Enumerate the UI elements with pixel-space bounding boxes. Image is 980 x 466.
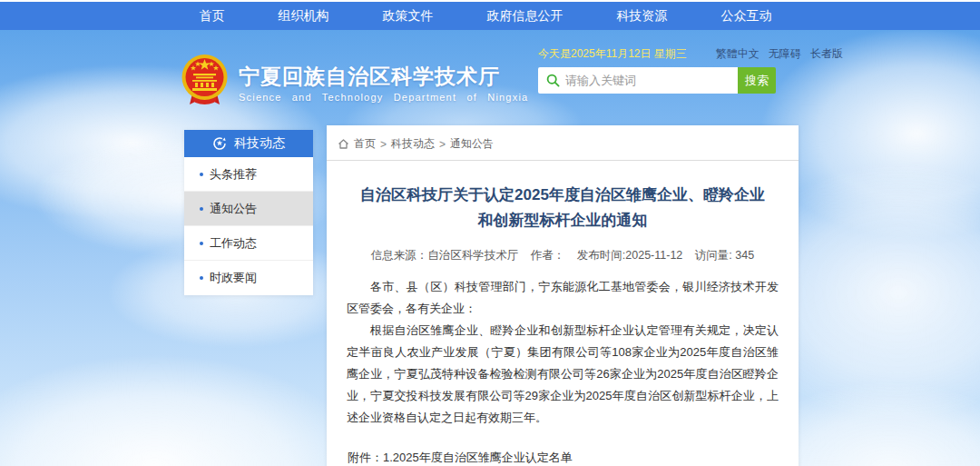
bullet-dot-icon: [200, 276, 203, 280]
national-emblem-logo: [181, 54, 229, 108]
article-body: 各市、县（区）科技管理部门，宁东能源化工基地管委会，银川经济技术开发区管委会，各…: [327, 263, 799, 429]
meta-source: 信息来源：自治区科学技术厅: [371, 249, 519, 262]
sidebar-item-political-news[interactable]: 时政要闻: [184, 261, 313, 295]
breadcrumb-separator: >: [380, 138, 387, 151]
breadcrumb-notices[interactable]: 通知公告: [450, 136, 494, 152]
article-panel: 首页 > 科技动态 > 通知公告 自治区科技厅关于认定2025年度自治区雏鹰企业…: [327, 125, 799, 466]
cloud-decoration: [0, 356, 363, 466]
meta-views: 访问量: 345: [695, 249, 754, 262]
search-box: [538, 67, 738, 94]
nav-item-gov-info-disclosure[interactable]: 政府信息公开: [487, 8, 564, 25]
meta-publish-time: 发布时间:2025-11-12: [577, 249, 683, 262]
meta-author: 作者：: [531, 249, 565, 262]
sidebar-item-headlines[interactable]: 头条推荐: [184, 157, 313, 192]
site-subtitle: Science and Technology Department of Nin…: [239, 92, 528, 103]
article-title-line2: 和创新型标杆企业的通知: [343, 208, 782, 233]
sidebar-item-label: 时政要闻: [210, 270, 257, 286]
nav-item-tech-resources[interactable]: 科技资源: [617, 8, 668, 25]
nav-item-organization[interactable]: 组织机构: [279, 8, 329, 25]
article-title: 自治区科技厅关于认定2025年度自治区雏鹰企业、瞪羚企业 和创新型标杆企业的通知: [343, 183, 782, 233]
sidebar-item-work-dynamics[interactable]: 工作动态: [184, 226, 313, 261]
link-accessibility[interactable]: 无障碍: [769, 46, 801, 62]
attachment-eagle-list-link[interactable]: 1.2025年度自治区雏鹰企业认定名单: [383, 447, 608, 466]
article-meta: 信息来源：自治区科学技术厅 作者： 发布时间:2025-11-12 访问量: 3…: [327, 248, 799, 263]
site-title: 宁夏回族自治区科学技术厅: [239, 63, 500, 91]
search-input[interactable]: [565, 69, 738, 92]
attachments-label: 附件：: [348, 447, 383, 466]
top-navigation-bar: 首页 组织机构 政策文件 政府信息公开 科技资源 公众互动: [0, 2, 980, 30]
article-title-line1: 自治区科技厅关于认定2025年度自治区雏鹰企业、瞪羚企业: [343, 183, 782, 208]
sidebar-header: 科技动态: [184, 130, 313, 157]
search-bar: 搜索: [538, 67, 776, 94]
article-paragraph: 根据自治区雏鹰企业、瞪羚企业和创新型标杆企业认定管理有关规定，决定认定半亩良人农…: [347, 320, 779, 429]
current-date: 今天是2025年11月12日 星期三: [538, 46, 687, 62]
search-button[interactable]: 搜索: [738, 67, 776, 94]
star-circle-icon: [212, 136, 227, 151]
page: 首页 组织机构 政策文件 政府信息公开 科技资源 公众互动: [0, 0, 980, 466]
bullet-dot-icon: [200, 242, 203, 245]
top-navigation-items: 首页 组织机构 政策文件 政府信息公开 科技资源 公众互动: [172, 2, 799, 30]
sidebar-title: 科技动态: [234, 135, 285, 152]
bullet-dot-icon: [200, 173, 203, 176]
breadcrumb-tech-dynamics[interactable]: 科技动态: [391, 136, 435, 152]
breadcrumb-home[interactable]: 首页: [354, 136, 376, 152]
attachments-list: 1.2025年度自治区雏鹰企业认定名单 2.2025年度自治区瞪羚企业认定名单 …: [383, 447, 608, 466]
nav-item-public-interaction[interactable]: 公众互动: [721, 8, 772, 25]
sidebar-item-label: 头条推荐: [210, 166, 257, 183]
home-icon: [338, 138, 349, 150]
top-utility-bar: 今天是2025年11月12日 星期三 繁體中文 无障碍 长者版: [538, 47, 792, 60]
bullet-dot-icon: [200, 207, 203, 211]
search-icon: [546, 74, 560, 87]
nav-item-home[interactable]: 首页: [200, 8, 225, 25]
link-elderly-version[interactable]: 长者版: [810, 46, 843, 62]
site-header: 宁夏回族自治区科学技术厅 Science and Technology Depa…: [0, 30, 980, 125]
sidebar-item-label: 通知公告: [210, 201, 257, 217]
nav-item-policy-documents[interactable]: 政策文件: [383, 8, 434, 25]
breadcrumb-separator: >: [439, 138, 446, 151]
link-traditional-chinese[interactable]: 繁體中文: [716, 46, 760, 62]
breadcrumb: 首页 > 科技动态 > 通知公告: [327, 125, 799, 161]
sidebar-item-notices[interactable]: 通知公告: [184, 192, 313, 226]
sidebar-tech-dynamics: 科技动态 头条推荐 通知公告 工作动态 时政要闻: [184, 130, 313, 295]
sidebar-item-label: 工作动态: [210, 235, 257, 252]
attachments-block: 附件： 1.2025年度自治区雏鹰企业认定名单 2.2025年度自治区瞪羚企业认…: [348, 447, 779, 466]
article-paragraph: 各市、县（区）科技管理部门，宁东能源化工基地管委会，银川经济技术开发区管委会，各…: [347, 276, 779, 320]
